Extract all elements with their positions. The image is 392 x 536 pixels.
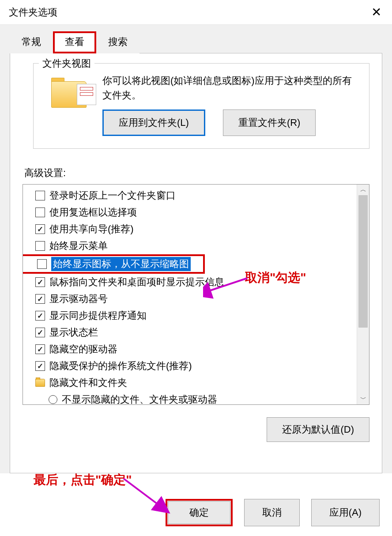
advanced-settings-list[interactable]: 登录时还原上一个文件夹窗口使用复选框以选择项使用共享向导(推荐)始终显示菜单始终… xyxy=(23,184,369,405)
checkbox-icon[interactable] xyxy=(37,259,47,269)
restore-defaults-button[interactable]: 还原为默认值(D) xyxy=(267,417,369,442)
list-item-label: 显示同步提供程序通知 xyxy=(49,309,147,322)
list-item[interactable]: 显示驱动器号 xyxy=(35,291,355,307)
list-item[interactable]: 使用共享向导(推荐) xyxy=(35,221,355,238)
titlebar: 文件夹选项 ✕ xyxy=(0,0,392,25)
annotation-uncheck: 取消"勾选" xyxy=(245,269,306,286)
scroll-down-icon[interactable]: ﹀ xyxy=(357,394,369,404)
list-item-label: 隐藏空的驱动器 xyxy=(49,343,117,356)
list-item-label: 隐藏文件和文件夹 xyxy=(49,376,127,389)
folder-views-group: 文件夹视图 你可以将此视图(如详细信息或图标)应用于这种类型的所有文件夹。 应用… xyxy=(33,63,369,149)
folder-icon xyxy=(51,76,94,111)
highlighted-row-frame: 始终显示图标，从不显示缩略图 xyxy=(23,254,205,274)
list-item-label: 使用复选框以选择项 xyxy=(49,206,137,219)
list-item[interactable]: 登录时还原上一个文件夹窗口 xyxy=(35,187,355,204)
folder-views-desc: 你可以将此视图(如详细信息或图标)应用于这种类型的所有文件夹。 xyxy=(102,73,359,102)
list-item-label: 显示状态栏 xyxy=(49,326,98,339)
list-item-label: 鼠标指向文件夹和桌面项时显示提示信息 xyxy=(49,276,224,289)
tab-general[interactable]: 常规 xyxy=(10,31,53,53)
apply-to-folders-button[interactable]: 应用到文件夹(L) xyxy=(102,109,205,136)
list-item[interactable]: 不显示隐藏的文件、文件夹或驱动器 xyxy=(49,391,355,404)
tab-search[interactable]: 搜索 xyxy=(96,31,139,53)
list-item[interactable]: 隐藏文件和文件夹 xyxy=(35,374,355,391)
folder-icon xyxy=(35,379,45,387)
radio-icon[interactable] xyxy=(49,395,57,404)
checkbox-icon[interactable] xyxy=(35,241,45,251)
reset-folders-button[interactable]: 重置文件夹(R) xyxy=(223,109,316,136)
folder-views-legend: 文件夹视图 xyxy=(39,57,94,70)
ok-button[interactable]: 确定 xyxy=(168,501,230,524)
list-item-label: 始终显示菜单 xyxy=(49,239,108,253)
list-item-label: 使用共享向导(推荐) xyxy=(49,223,134,236)
checkbox-icon[interactable] xyxy=(35,224,45,234)
checkbox-icon[interactable] xyxy=(35,191,45,200)
list-item[interactable]: 显示状态栏 xyxy=(35,324,355,341)
cancel-button[interactable]: 取消 xyxy=(244,499,300,526)
list-item[interactable]: 显示同步提供程序通知 xyxy=(35,307,355,324)
scrollbar[interactable]: ︿ ﹀ xyxy=(357,185,369,404)
checkbox-icon[interactable] xyxy=(35,344,45,354)
checkbox-icon[interactable] xyxy=(35,277,45,287)
close-icon[interactable]: ✕ xyxy=(366,3,386,22)
tab-panel: 文件夹视图 你可以将此视图(如详细信息或图标)应用于这种类型的所有文件夹。 应用… xyxy=(10,53,382,473)
list-item-label: 始终显示图标，从不显示缩略图 xyxy=(51,257,191,271)
checkbox-icon[interactable] xyxy=(35,311,45,321)
list-item-label: 隐藏受保护的操作系统文件(推荐) xyxy=(49,359,192,373)
list-item[interactable]: 隐藏空的驱动器 xyxy=(35,341,355,358)
list-item[interactable]: 始终显示菜单 xyxy=(35,238,355,254)
list-item-label: 不显示隐藏的文件、文件夹或驱动器 xyxy=(62,393,217,404)
checkbox-icon[interactable] xyxy=(35,328,45,337)
ok-button-highlight: 确定 xyxy=(166,499,233,526)
list-item[interactable]: 始终显示图标，从不显示缩略图 xyxy=(37,257,200,271)
window-title: 文件夹选项 xyxy=(9,6,57,19)
tab-view[interactable]: 查看 xyxy=(53,31,96,53)
dialog-buttons: 确定 取消 应用(A) xyxy=(166,499,380,526)
scroll-up-icon[interactable]: ︿ xyxy=(357,185,369,195)
advanced-settings-label: 高级设置: xyxy=(24,166,369,180)
annotation-click-ok: 最后，点击"确定" xyxy=(34,472,132,488)
list-item-label: 显示驱动器号 xyxy=(49,292,108,306)
scroll-thumb[interactable] xyxy=(358,195,368,328)
list-item[interactable]: 隐藏受保护的操作系统文件(推荐) xyxy=(35,358,355,374)
list-item[interactable]: 鼠标指向文件夹和桌面项时显示提示信息 xyxy=(35,274,355,291)
checkbox-icon[interactable] xyxy=(35,361,45,371)
checkbox-icon[interactable] xyxy=(35,294,45,304)
tabs: 常规 查看 搜索 xyxy=(10,31,382,53)
list-item[interactable]: 使用复选框以选择项 xyxy=(35,204,355,221)
checkbox-icon[interactable] xyxy=(35,208,45,217)
content-area: 常规 查看 搜索 文件夹视图 你可以将此视图(如详细信息或图标)应用于这种类型的… xyxy=(0,25,392,473)
list-item-label: 登录时还原上一个文件夹窗口 xyxy=(49,189,176,202)
apply-button[interactable]: 应用(A) xyxy=(311,499,380,526)
